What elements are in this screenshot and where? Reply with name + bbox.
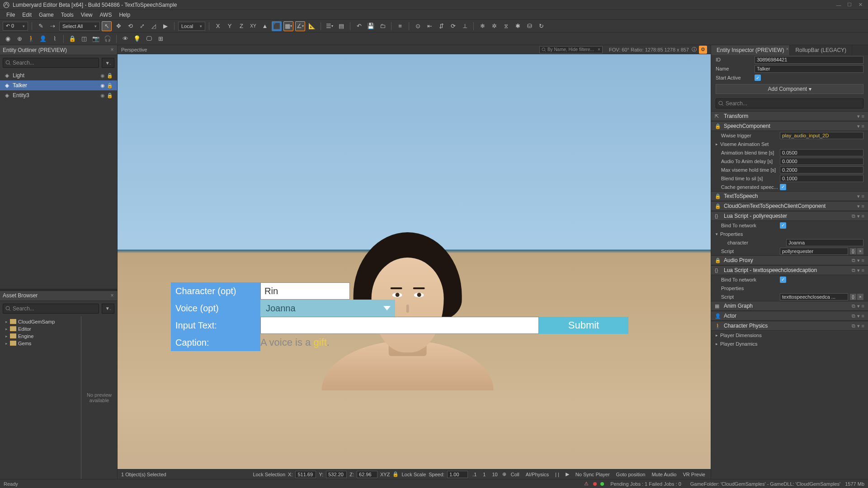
- component-cloudgem[interactable]: 🔒CloudGemTextToSpeechClientComponent▾≡: [711, 201, 868, 211]
- pencil-icon[interactable]: ✎: [36, 21, 46, 31]
- axis-z-icon[interactable]: Z: [236, 21, 246, 31]
- filter-icon[interactable]: ▼.: [102, 304, 114, 314]
- list-icon[interactable]: ☰▾: [325, 21, 335, 31]
- target-icon[interactable]: ⊙: [413, 21, 423, 31]
- minimize-button[interactable]: —: [834, 1, 844, 9]
- coord-z[interactable]: 62.96: [357, 471, 377, 478]
- rotate-icon[interactable]: ⟲: [125, 21, 135, 31]
- align-left-icon[interactable]: ⇤: [425, 21, 434, 31]
- outliner-search-input[interactable]: Search...: [3, 58, 99, 68]
- layers-icon[interactable]: ▤: [336, 21, 346, 31]
- component-actor[interactable]: 👤Actor⧉▾≡: [711, 311, 868, 321]
- brush-icon[interactable]: ⌇: [50, 34, 60, 44]
- refresh-icon[interactable]: ↻: [536, 21, 546, 31]
- component-transform[interactable]: ⇱Transform▾≡: [711, 111, 868, 121]
- menu-view[interactable]: View: [77, 12, 96, 18]
- asset-tree[interactable]: ▸CloudGemSamp ▸Editor ▸Engine ▸Gems: [0, 316, 81, 479]
- outliner-item-talker[interactable]: ◈ Talker ◉🔒: [0, 80, 117, 90]
- script-braces-icon[interactable]: {}: [850, 248, 856, 254]
- angle-snap-icon[interactable]: ∠▾: [295, 21, 305, 31]
- speed-value[interactable]: 1.00: [447, 471, 468, 478]
- snap-object-icon[interactable]: ⬛: [272, 21, 282, 31]
- clear-icon[interactable]: ×: [598, 47, 600, 52]
- menu-file[interactable]: File: [3, 12, 19, 18]
- angle-icon[interactable]: ◿: [149, 21, 159, 31]
- info-icon[interactable]: ⓘ: [690, 46, 698, 54]
- script-clear-icon[interactable]: ×: [857, 248, 863, 254]
- menu-aws[interactable]: AWS: [96, 12, 116, 18]
- viewport-label[interactable]: Perspective: [121, 47, 147, 52]
- visibility-icon[interactable]: ◉: [99, 73, 106, 79]
- start-active-checkbox[interactable]: ✓: [755, 75, 761, 81]
- coord-space-dropdown[interactable]: Local▾: [178, 22, 205, 31]
- monitor-icon[interactable]: 🖵: [144, 34, 154, 44]
- globe-icon[interactable]: ⊕: [14, 34, 24, 44]
- bind-network-checkbox-2[interactable]: ✓: [780, 277, 786, 283]
- add-component-button[interactable]: Add Component ▾: [716, 84, 863, 94]
- history-dropdown[interactable]: ↶ 0 ▾: [3, 22, 28, 31]
- move-icon[interactable]: ✥: [113, 21, 123, 31]
- scale-icon[interactable]: ⤢: [137, 21, 147, 31]
- close-icon[interactable]: ×: [109, 292, 115, 299]
- close-icon[interactable]: ×: [109, 47, 115, 53]
- db-icon[interactable]: ⛁: [524, 21, 534, 31]
- outliner-item-entity3[interactable]: ◈ Entity3 ◉🔒: [0, 90, 117, 100]
- voice-dropdown[interactable]: Joanna: [260, 300, 395, 317]
- component-lua-caption[interactable]: {}Lua Script - texttospeechclosedcaption…: [711, 265, 868, 275]
- filter-icon[interactable]: ▼.: [102, 58, 114, 68]
- bind-network-checkbox[interactable]: ✓: [780, 222, 786, 229]
- menu-help[interactable]: Help: [115, 12, 134, 18]
- headphones-icon[interactable]: 🎧: [103, 34, 113, 44]
- lock-icon[interactable]: 🔒: [67, 34, 77, 44]
- select-all-dropdown[interactable]: Select All▾: [59, 22, 100, 31]
- component-character-physics[interactable]: 🚶Character Physics⧉▾≡: [711, 321, 868, 331]
- lock-icon[interactable]: 🔒: [106, 73, 113, 79]
- character-input[interactable]: Rin: [260, 282, 350, 300]
- component-search-input[interactable]: Search...: [716, 99, 863, 108]
- input-text-field[interactable]: [260, 317, 539, 334]
- cache-checkbox[interactable]: ✓: [780, 184, 786, 190]
- menu-tools[interactable]: Tools: [57, 12, 77, 18]
- tab-rollupbar[interactable]: RollupBar (LEGACY): [790, 45, 852, 55]
- align-center-icon[interactable]: ⇵: [436, 21, 446, 31]
- component-speech[interactable]: 🔒SpeechComponent▾≡: [711, 121, 868, 131]
- menu-game[interactable]: Game: [35, 12, 57, 18]
- gear-icon[interactable]: ✲: [489, 21, 499, 31]
- sphere-icon[interactable]: ◉: [3, 34, 13, 44]
- torso-icon[interactable]: 👤: [38, 34, 48, 44]
- folder-icon[interactable]: 🗀: [377, 21, 387, 31]
- viewport-search-input[interactable]: By Name, Hide filtere... ×: [539, 46, 603, 53]
- tab-entity-inspector[interactable]: Entity Inspector (PREVIEW)×: [711, 45, 790, 55]
- align-right-icon[interactable]: ⟳: [448, 21, 458, 31]
- maximize-button[interactable]: ☐: [844, 1, 854, 9]
- entity-name-input[interactable]: Talker: [755, 65, 863, 73]
- visibility-icon[interactable]: ◉: [99, 93, 106, 99]
- coord-x[interactable]: 511.69: [295, 471, 316, 478]
- axis-y-icon[interactable]: Y: [225, 21, 235, 31]
- lock-selection-label[interactable]: Lock Selection: [253, 472, 286, 477]
- terrain-icon[interactable]: ▲: [260, 21, 270, 31]
- hourglass-icon[interactable]: ⧖: [501, 21, 511, 31]
- eye-icon[interactable]: 👁: [120, 34, 130, 44]
- coord-y[interactable]: 532.20: [326, 471, 347, 478]
- lock-icon[interactable]: 🔒: [106, 93, 113, 99]
- script-braces-icon[interactable]: {}: [850, 294, 856, 300]
- close-icon[interactable]: ×: [786, 47, 789, 52]
- window-icon[interactable]: ⊞: [156, 34, 165, 44]
- align-bottom-icon[interactable]: ⊥: [460, 21, 470, 31]
- ruler-icon[interactable]: 📐: [307, 21, 317, 31]
- light-icon[interactable]: 💡: [132, 34, 142, 44]
- cursor-icon[interactable]: ↖: [102, 21, 112, 31]
- asterisk-icon[interactable]: ✱: [513, 21, 523, 31]
- save-icon[interactable]: 💾: [366, 21, 376, 31]
- component-audio-proxy[interactable]: 🔒Audio Proxy⧉▾≡: [711, 255, 868, 265]
- person-icon[interactable]: 🚶: [26, 34, 36, 44]
- settings-icon[interactable]: ⚙: [699, 46, 707, 54]
- close-button[interactable]: ✕: [855, 1, 865, 9]
- cube-icon[interactable]: ◫: [79, 34, 89, 44]
- undo-icon[interactable]: ↶: [354, 21, 364, 31]
- axis-xy-icon[interactable]: XY: [248, 21, 258, 31]
- outliner-item-light[interactable]: ◈ Light ◉🔒: [0, 70, 117, 80]
- axis-x-icon[interactable]: X: [213, 21, 223, 31]
- component-tts[interactable]: 🔒TextToSpeech▾≡: [711, 191, 868, 201]
